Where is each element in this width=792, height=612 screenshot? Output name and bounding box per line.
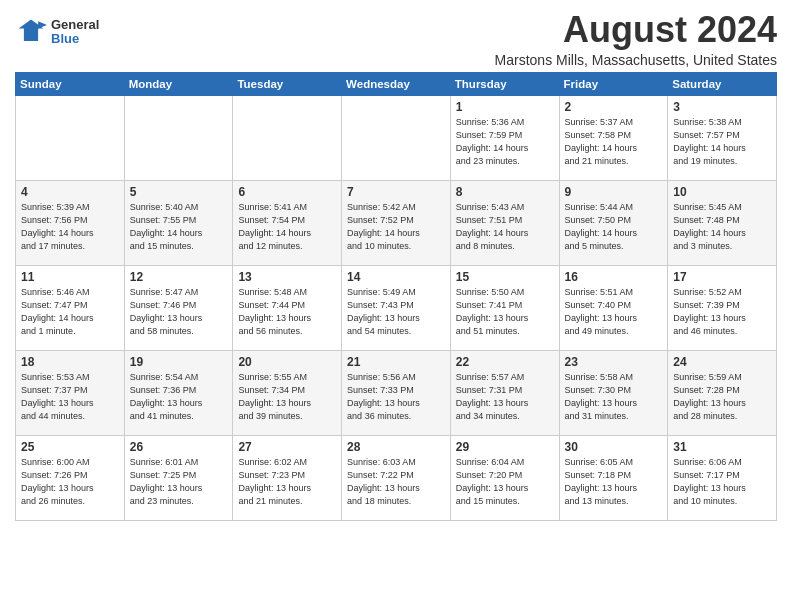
calendar-cell: 16Sunrise: 5:51 AM Sunset: 7:40 PM Dayli…	[559, 265, 668, 350]
day-number: 4	[21, 185, 119, 199]
logo-text: General Blue	[51, 18, 99, 47]
day-number: 6	[238, 185, 336, 199]
day-number: 10	[673, 185, 771, 199]
calendar-body: 1Sunrise: 5:36 AM Sunset: 7:59 PM Daylig…	[16, 95, 777, 520]
calendar-cell: 11Sunrise: 5:46 AM Sunset: 7:47 PM Dayli…	[16, 265, 125, 350]
day-number: 16	[565, 270, 663, 284]
day-info: Sunrise: 5:54 AM Sunset: 7:36 PM Dayligh…	[130, 371, 228, 423]
day-info: Sunrise: 6:03 AM Sunset: 7:22 PM Dayligh…	[347, 456, 445, 508]
day-number: 31	[673, 440, 771, 454]
calendar-cell: 25Sunrise: 6:00 AM Sunset: 7:26 PM Dayli…	[16, 435, 125, 520]
logo: General Blue	[15, 16, 99, 48]
logo-general: General	[51, 18, 99, 32]
day-number: 29	[456, 440, 554, 454]
calendar-week-row: 11Sunrise: 5:46 AM Sunset: 7:47 PM Dayli…	[16, 265, 777, 350]
calendar-cell: 13Sunrise: 5:48 AM Sunset: 7:44 PM Dayli…	[233, 265, 342, 350]
day-number: 7	[347, 185, 445, 199]
day-number: 13	[238, 270, 336, 284]
day-info: Sunrise: 5:55 AM Sunset: 7:34 PM Dayligh…	[238, 371, 336, 423]
day-info: Sunrise: 5:57 AM Sunset: 7:31 PM Dayligh…	[456, 371, 554, 423]
day-info: Sunrise: 6:02 AM Sunset: 7:23 PM Dayligh…	[238, 456, 336, 508]
calendar-cell	[233, 95, 342, 180]
weekday-header: Sunday	[16, 72, 125, 95]
weekday-header: Tuesday	[233, 72, 342, 95]
calendar-cell: 24Sunrise: 5:59 AM Sunset: 7:28 PM Dayli…	[668, 350, 777, 435]
calendar-cell: 29Sunrise: 6:04 AM Sunset: 7:20 PM Dayli…	[450, 435, 559, 520]
day-info: Sunrise: 5:47 AM Sunset: 7:46 PM Dayligh…	[130, 286, 228, 338]
calendar-cell: 22Sunrise: 5:57 AM Sunset: 7:31 PM Dayli…	[450, 350, 559, 435]
day-number: 28	[347, 440, 445, 454]
day-info: Sunrise: 5:49 AM Sunset: 7:43 PM Dayligh…	[347, 286, 445, 338]
calendar-cell: 26Sunrise: 6:01 AM Sunset: 7:25 PM Dayli…	[124, 435, 233, 520]
day-number: 27	[238, 440, 336, 454]
weekday-header: Friday	[559, 72, 668, 95]
calendar-week-row: 25Sunrise: 6:00 AM Sunset: 7:26 PM Dayli…	[16, 435, 777, 520]
calendar-cell: 5Sunrise: 5:40 AM Sunset: 7:55 PM Daylig…	[124, 180, 233, 265]
day-number: 21	[347, 355, 445, 369]
day-info: Sunrise: 5:37 AM Sunset: 7:58 PM Dayligh…	[565, 116, 663, 168]
day-info: Sunrise: 5:41 AM Sunset: 7:54 PM Dayligh…	[238, 201, 336, 253]
day-number: 22	[456, 355, 554, 369]
month-title: August 2024	[495, 10, 777, 50]
weekday-header: Thursday	[450, 72, 559, 95]
calendar-cell: 20Sunrise: 5:55 AM Sunset: 7:34 PM Dayli…	[233, 350, 342, 435]
day-number: 1	[456, 100, 554, 114]
day-number: 5	[130, 185, 228, 199]
calendar-cell: 1Sunrise: 5:36 AM Sunset: 7:59 PM Daylig…	[450, 95, 559, 180]
logo-blue: Blue	[51, 32, 99, 46]
day-info: Sunrise: 6:05 AM Sunset: 7:18 PM Dayligh…	[565, 456, 663, 508]
calendar-cell: 31Sunrise: 6:06 AM Sunset: 7:17 PM Dayli…	[668, 435, 777, 520]
calendar-cell: 18Sunrise: 5:53 AM Sunset: 7:37 PM Dayli…	[16, 350, 125, 435]
calendar-cell: 8Sunrise: 5:43 AM Sunset: 7:51 PM Daylig…	[450, 180, 559, 265]
calendar-cell: 3Sunrise: 5:38 AM Sunset: 7:57 PM Daylig…	[668, 95, 777, 180]
day-number: 25	[21, 440, 119, 454]
day-info: Sunrise: 5:52 AM Sunset: 7:39 PM Dayligh…	[673, 286, 771, 338]
calendar-cell: 28Sunrise: 6:03 AM Sunset: 7:22 PM Dayli…	[342, 435, 451, 520]
day-number: 24	[673, 355, 771, 369]
weekday-header: Monday	[124, 72, 233, 95]
day-info: Sunrise: 5:46 AM Sunset: 7:47 PM Dayligh…	[21, 286, 119, 338]
day-number: 18	[21, 355, 119, 369]
day-info: Sunrise: 6:04 AM Sunset: 7:20 PM Dayligh…	[456, 456, 554, 508]
calendar-cell: 9Sunrise: 5:44 AM Sunset: 7:50 PM Daylig…	[559, 180, 668, 265]
day-info: Sunrise: 5:58 AM Sunset: 7:30 PM Dayligh…	[565, 371, 663, 423]
calendar-header: SundayMondayTuesdayWednesdayThursdayFrid…	[16, 72, 777, 95]
day-number: 14	[347, 270, 445, 284]
location: Marstons Mills, Massachusetts, United St…	[495, 52, 777, 68]
day-info: Sunrise: 5:59 AM Sunset: 7:28 PM Dayligh…	[673, 371, 771, 423]
day-info: Sunrise: 6:06 AM Sunset: 7:17 PM Dayligh…	[673, 456, 771, 508]
day-number: 11	[21, 270, 119, 284]
calendar-cell: 21Sunrise: 5:56 AM Sunset: 7:33 PM Dayli…	[342, 350, 451, 435]
calendar-cell: 6Sunrise: 5:41 AM Sunset: 7:54 PM Daylig…	[233, 180, 342, 265]
day-info: Sunrise: 5:39 AM Sunset: 7:56 PM Dayligh…	[21, 201, 119, 253]
day-info: Sunrise: 5:56 AM Sunset: 7:33 PM Dayligh…	[347, 371, 445, 423]
day-info: Sunrise: 5:42 AM Sunset: 7:52 PM Dayligh…	[347, 201, 445, 253]
calendar-cell	[124, 95, 233, 180]
day-number: 30	[565, 440, 663, 454]
day-info: Sunrise: 6:01 AM Sunset: 7:25 PM Dayligh…	[130, 456, 228, 508]
day-number: 26	[130, 440, 228, 454]
day-info: Sunrise: 6:00 AM Sunset: 7:26 PM Dayligh…	[21, 456, 119, 508]
calendar-cell: 4Sunrise: 5:39 AM Sunset: 7:56 PM Daylig…	[16, 180, 125, 265]
weekday-header: Wednesday	[342, 72, 451, 95]
calendar-table: SundayMondayTuesdayWednesdayThursdayFrid…	[15, 72, 777, 521]
day-number: 9	[565, 185, 663, 199]
calendar-week-row: 1Sunrise: 5:36 AM Sunset: 7:59 PM Daylig…	[16, 95, 777, 180]
day-info: Sunrise: 5:43 AM Sunset: 7:51 PM Dayligh…	[456, 201, 554, 253]
day-number: 3	[673, 100, 771, 114]
day-number: 19	[130, 355, 228, 369]
calendar-cell: 2Sunrise: 5:37 AM Sunset: 7:58 PM Daylig…	[559, 95, 668, 180]
day-number: 17	[673, 270, 771, 284]
day-info: Sunrise: 5:40 AM Sunset: 7:55 PM Dayligh…	[130, 201, 228, 253]
calendar-cell: 30Sunrise: 6:05 AM Sunset: 7:18 PM Dayli…	[559, 435, 668, 520]
weekday-row: SundayMondayTuesdayWednesdayThursdayFrid…	[16, 72, 777, 95]
calendar-cell: 15Sunrise: 5:50 AM Sunset: 7:41 PM Dayli…	[450, 265, 559, 350]
day-number: 2	[565, 100, 663, 114]
calendar-cell: 27Sunrise: 6:02 AM Sunset: 7:23 PM Dayli…	[233, 435, 342, 520]
day-info: Sunrise: 5:51 AM Sunset: 7:40 PM Dayligh…	[565, 286, 663, 338]
day-info: Sunrise: 5:53 AM Sunset: 7:37 PM Dayligh…	[21, 371, 119, 423]
calendar-cell: 12Sunrise: 5:47 AM Sunset: 7:46 PM Dayli…	[124, 265, 233, 350]
day-info: Sunrise: 5:38 AM Sunset: 7:57 PM Dayligh…	[673, 116, 771, 168]
calendar-cell: 23Sunrise: 5:58 AM Sunset: 7:30 PM Dayli…	[559, 350, 668, 435]
calendar-week-row: 18Sunrise: 5:53 AM Sunset: 7:37 PM Dayli…	[16, 350, 777, 435]
